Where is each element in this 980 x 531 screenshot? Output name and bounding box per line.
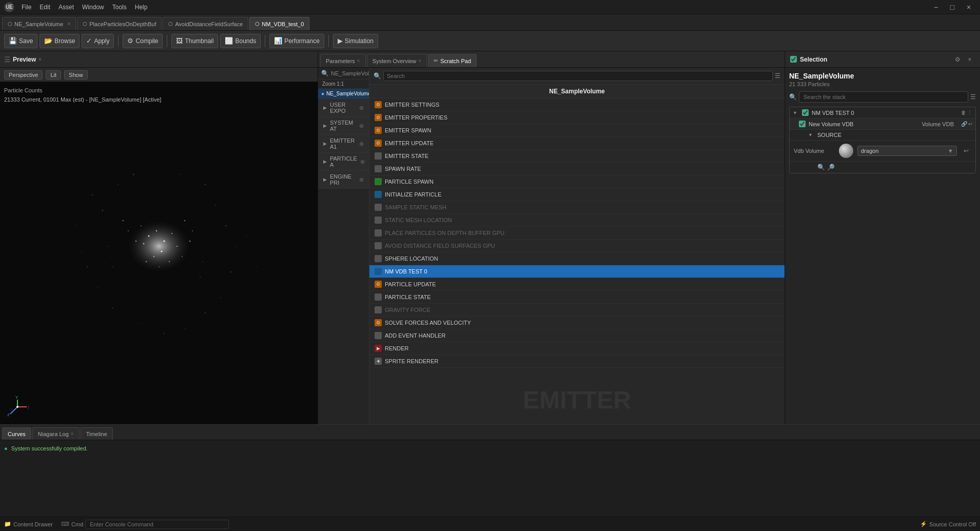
node-emitter-spawn[interactable]: ⚙ EMITTER SPAWN [369, 124, 785, 137]
close-log-icon[interactable]: × [71, 431, 74, 437]
node-particle-update[interactable]: ⚙ PARTICLE UPDATE [369, 278, 785, 291]
menu-tools[interactable]: Tools [109, 3, 130, 12]
simulation-button[interactable]: ▶ Simulation [333, 34, 378, 48]
tab-system-overview[interactable]: System Overview × [367, 54, 427, 67]
minimize-button[interactable]: − [929, 2, 943, 12]
menu-edit[interactable]: Edit [36, 3, 53, 12]
node-solve-forces[interactable]: ⚙ SOLVE FORCES AND VELOCITY [369, 317, 785, 329]
section-add-icon[interactable]: ⊕ [359, 123, 364, 129]
node-static-mesh-location[interactable]: STATIC MESH LOCATION [369, 214, 785, 227]
section-engine-pri[interactable]: ▶ ENGINE PRI ⊕ [318, 171, 369, 189]
tree-item-new-volume-vdb[interactable]: New Volume VDB Volume VDB 🔗 ↩ [790, 118, 975, 129]
filter-icon[interactable]: ☰ [775, 72, 780, 80]
settings-icon-button[interactable]: ⚙ [952, 54, 963, 65]
menu-asset[interactable]: Asset [55, 3, 77, 12]
tab-niagara-log[interactable]: Niagara Log × [32, 427, 80, 440]
node-avoid-distance[interactable]: AVOID DISTANCE FIELD SURFACES GPU [369, 240, 785, 252]
perspective-button[interactable]: Perspective [4, 70, 43, 80]
node-sphere-location[interactable]: SPHERE LOCATION [369, 252, 785, 265]
node-sample-static-mesh[interactable]: SAMPLE STATIC MESH [369, 201, 785, 214]
node-emitter-state[interactable]: EMITTER STATE [369, 150, 785, 163]
show-button[interactable]: Show [64, 70, 88, 80]
compile-button[interactable]: ⚙ Compile [123, 34, 163, 48]
node-particle-state[interactable]: PARTICLE STATE [369, 291, 785, 304]
source-control-button[interactable]: ⚡ Source Control Off [920, 521, 976, 527]
tab-scratch-pad[interactable]: ✏ Scratch Pad [428, 54, 477, 67]
new-volume-vdb-checkbox[interactable] [799, 121, 806, 127]
section-user-expo[interactable]: ▶ USER EXPO ⊕ [318, 99, 369, 117]
node-sprite-renderer[interactable]: ✦ SPRITE RENDERER [369, 355, 785, 368]
section-label: EMITTER A1 [330, 137, 356, 150]
tab-avoid-distance[interactable]: ⬡ AvoidDistanceFieldSurface [163, 17, 248, 30]
node-gravity-force[interactable]: GRAVITY FORCE [369, 304, 785, 317]
section-emitter-a1[interactable]: ▶ EMITTER A1 ⊕ [318, 135, 369, 153]
vdb-magnify-icon[interactable]: 🔎 [827, 164, 835, 171]
performance-button[interactable]: 📊 Performance [269, 34, 324, 48]
node-emitter-update[interactable]: ⚙ EMITTER UPDATE [369, 137, 785, 150]
tab-place-particles[interactable]: ⬡ PlaceParticlesOnDepthBuf [77, 17, 162, 30]
delete-icon[interactable]: 🗑 [961, 110, 966, 115]
tab-timeline[interactable]: Timeline [81, 427, 113, 440]
section-add-icon[interactable]: ⊕ [360, 159, 365, 165]
menu-help[interactable]: Help [132, 3, 151, 12]
menu-window[interactable]: Window [79, 3, 107, 12]
viewport-canvas[interactable]: Particle Counts 21333 Current, 01001 Max… [0, 82, 318, 424]
node-emitter-settings[interactable]: ⚙ EMITTER SETTINGS [369, 99, 785, 111]
link-icon[interactable]: 🔗 [961, 121, 967, 127]
stack-search-input[interactable] [799, 91, 968, 103]
vdb-reset-btn[interactable]: ↩ [961, 146, 971, 156]
console-input[interactable] [85, 520, 229, 529]
menu-file[interactable]: File [18, 3, 34, 12]
browse-button[interactable]: 📂 Browse [40, 34, 80, 48]
tab-parameters[interactable]: Parameters × [320, 54, 366, 67]
more-icon[interactable]: ⋮ [967, 110, 972, 115]
tree-item-source[interactable]: ▼ SOURCE [790, 129, 975, 140]
vdb-search-icon[interactable]: 🔍 [817, 164, 825, 171]
node-add-event-handler[interactable]: ADD EVENT HANDLER [369, 329, 785, 342]
hamburger-icon[interactable]: ☰ [4, 55, 11, 64]
section-add-icon[interactable]: ⊕ [359, 176, 364, 183]
node-nm-vdb-test-0[interactable]: NM VDB TEST 0 [369, 265, 785, 278]
search-input[interactable] [383, 71, 773, 81]
save-button[interactable]: 💾 Save [4, 34, 37, 48]
tab-nm-vdb[interactable]: ⬡ NM_VDB_test_0 [249, 17, 309, 30]
tab-curves[interactable]: Curves [2, 427, 31, 440]
section-system-at[interactable]: ▶ SYSTEM AT ⊕ [318, 117, 369, 135]
selection-checkbox[interactable] [790, 56, 797, 63]
close-selection-icon[interactable]: × [965, 54, 975, 65]
close-parameters-icon[interactable]: × [357, 58, 360, 64]
svg-point-27 [87, 266, 88, 267]
tree-item-nm-vdb-test-0[interactable]: ▼ NM VDB TEST 0 🗑 ⋮ [790, 107, 975, 118]
node-place-particles-depth[interactable]: PLACE PARTICLES ON DEPTH BUFFER GPU [369, 227, 785, 240]
reset-icon[interactable]: ↩ [968, 121, 972, 127]
maximize-button[interactable]: □ [945, 2, 959, 12]
thumbnail-button[interactable]: 🖼 Thumbnail [171, 34, 218, 48]
close-preview-icon[interactable]: × [38, 56, 42, 63]
stack-filter-icon[interactable]: ☰ [970, 93, 976, 101]
bounds-button[interactable]: ⬜ Bounds [220, 34, 261, 48]
section-add-icon[interactable]: ⊕ [359, 141, 364, 147]
lit-button[interactable]: Lit [46, 70, 61, 80]
node-render[interactable]: ▶ RENDER [369, 342, 785, 355]
cmd-section: ⌨ Cmd [61, 520, 229, 529]
node-particle-spawn[interactable]: PARTICLE SPAWN [369, 175, 785, 188]
tab-label: AvoidDistanceFieldSurface [175, 21, 243, 27]
node-spawn-rate[interactable]: SPAWN RATE [369, 163, 785, 175]
tab-icon: ⬡ [255, 21, 260, 27]
close-tab-icon[interactable]: × [67, 21, 70, 27]
vdb-dropdown[interactable]: dragon ▼ [857, 146, 957, 156]
preview-tab-label[interactable]: Preview [13, 56, 36, 63]
tab-ne-sample-volume[interactable]: ⬡ NE_SampleVolume × [2, 17, 76, 30]
content-drawer-button[interactable]: 📁 Content Drawer [4, 521, 53, 527]
section-add-icon[interactable]: ⊕ [359, 105, 364, 111]
node-initialize-particle[interactable]: INITIALIZE PARTICLE [369, 188, 785, 201]
section-particle-a[interactable]: ▶ PARTICLE A ⊕ [318, 153, 369, 171]
close-button[interactable]: × [962, 2, 976, 12]
svg-point-8 [177, 246, 178, 247]
nm-vdb-checkbox[interactable] [802, 109, 809, 116]
apply-button[interactable]: ✓ Apply [82, 34, 114, 48]
system-node[interactable]: ● NE_SampleVolume [318, 89, 369, 99]
tab-curves-label: Curves [8, 431, 26, 437]
node-emitter-properties[interactable]: ⚙ EMITTER PROPERTIES [369, 111, 785, 124]
close-system-overview-icon[interactable]: × [418, 58, 421, 64]
